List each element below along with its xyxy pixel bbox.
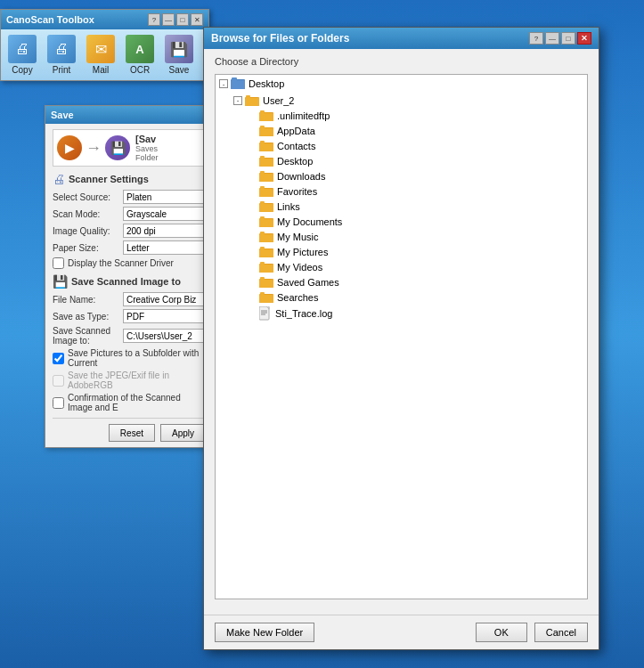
- make-new-folder-button[interactable]: Make New Folder: [215, 623, 314, 642]
- canoscan-help-btn[interactable]: ?: [148, 13, 160, 26]
- mypictures-icon: [259, 246, 273, 257]
- tree-item-mypictures[interactable]: My Pictures: [216, 244, 587, 259]
- copy-tool-btn[interactable]: 🖨 Copy: [4, 33, 40, 77]
- confirmation-row: Confirmation of the Scanned Image and E: [53, 393, 206, 412]
- downloads-label: Downloads: [277, 171, 325, 182]
- svg-rect-23: [260, 186, 265, 189]
- browse-min-btn[interactable]: —: [545, 32, 559, 45]
- tree-item-sti-trace[interactable]: Sti_Trace.log: [216, 305, 587, 322]
- svg-rect-22: [259, 189, 273, 197]
- ocr-icon: A: [126, 35, 154, 63]
- subfolder-row: Save Pictures to a Subfolder with Curren…: [53, 348, 206, 368]
- mail-tool-btn[interactable]: ✉ Mail: [83, 33, 118, 77]
- browse-instruction: Choose a Directory: [204, 49, 599, 70]
- desktop2-icon: [259, 155, 273, 167]
- canoscan-title: CanoScan Toolbox: [6, 14, 94, 25]
- display-scanner-checkbox[interactable]: [53, 257, 64, 269]
- canoscan-max-btn[interactable]: □: [176, 13, 189, 26]
- scanner-settings-icon: 🖨: [53, 172, 65, 186]
- image-quality-label: Image Quality:: [53, 226, 119, 236]
- save-scanned-to-label: Save Scanned Image to:: [53, 326, 119, 346]
- ocr-tool-btn[interactable]: A OCR: [122, 33, 158, 77]
- svg-rect-13: [259, 143, 273, 151]
- tree-item-favorites[interactable]: Favorites: [216, 183, 587, 199]
- sti-trace-label: Sti_Trace.log: [275, 308, 332, 319]
- canoscan-titlebar: CanoScan Toolbox ? — □ ✕: [1, 10, 208, 29]
- tree-item-searches[interactable]: Searches: [216, 289, 587, 305]
- adobe-label: Save the JPEG/Exif file in AdobeRGB: [68, 371, 206, 390]
- tree-item-links[interactable]: Links: [216, 199, 587, 214]
- browse-close-btn[interactable]: ✕: [577, 32, 591, 45]
- adobe-row: Save the JPEG/Exif file in AdobeRGB: [53, 371, 206, 390]
- tree-item-contacts[interactable]: Contacts: [216, 138, 587, 153]
- apply-button[interactable]: Apply: [160, 424, 206, 442]
- print-icon: 🖨: [47, 35, 76, 63]
- tree-item-desktop2[interactable]: Desktop: [216, 153, 587, 168]
- image-quality-row: Image Quality:: [53, 224, 206, 238]
- scan-title-area: [Sav Saves Folder: [135, 134, 159, 162]
- scan-arrow-icon: →: [86, 139, 102, 158]
- desktop-expand-icon[interactable]: -: [219, 79, 228, 88]
- browse-ok-button[interactable]: OK: [476, 623, 527, 642]
- file-name-label: File Name:: [53, 295, 119, 305]
- unlimitedftp-icon: [259, 110, 273, 121]
- canoscan-min-btn[interactable]: —: [162, 13, 175, 26]
- browse-ok-cancel-buttons: OK Cancel: [476, 623, 588, 642]
- browse-dialog: Browse for Files or Folders ? — □ ✕ Choo…: [203, 27, 599, 650]
- paper-size-row: Paper Size:: [53, 240, 206, 255]
- svg-rect-17: [260, 156, 265, 159]
- svg-rect-16: [259, 159, 273, 167]
- browse-dialog-title: Browse for Files or Folders: [211, 32, 349, 45]
- svg-rect-32: [260, 232, 265, 234]
- subfolder-checkbox[interactable]: [53, 353, 64, 364]
- display-scanner-label: Display the Scanner Driver: [68, 258, 174, 268]
- select-source-row: Select Source:: [53, 190, 206, 204]
- canoscan-toolbox-window: CanoScan Toolbox ? — □ ✕ 🖨 Copy 🖨 Print …: [0, 9, 209, 81]
- tree-item-unlimitedftp[interactable]: .unlimitedftp: [216, 108, 587, 123]
- browse-titlebar-buttons: ? — □ ✕: [529, 32, 591, 45]
- copy-icon: 🖨: [8, 35, 37, 63]
- browse-help-btn[interactable]: ?: [529, 32, 543, 45]
- mypictures-label: My Pictures: [277, 247, 328, 257]
- browse-max-btn[interactable]: □: [561, 32, 575, 45]
- tree-item-mymusic[interactable]: My Music: [216, 229, 587, 244]
- svg-rect-38: [260, 262, 265, 265]
- adobe-checkbox: [53, 375, 64, 387]
- tree-item-savedgames[interactable]: Saved Games: [216, 274, 587, 289]
- scan-subtitle-2: Folder: [135, 153, 159, 162]
- browse-cancel-button[interactable]: Cancel: [534, 623, 588, 642]
- favorites-label: Favorites: [277, 186, 317, 197]
- browse-tree-area[interactable]: - Desktop - User_2: [215, 74, 588, 599]
- svg-rect-40: [259, 280, 273, 288]
- save-section-icon: 💾: [53, 274, 68, 289]
- tree-item-appdata[interactable]: AppData: [216, 123, 587, 138]
- svg-rect-11: [260, 126, 265, 128]
- user2-expand-icon[interactable]: -: [233, 96, 242, 105]
- ocr-tool-label: OCR: [130, 65, 150, 75]
- tree-item-user2[interactable]: - User_2: [216, 93, 587, 108]
- tree-item-desktop[interactable]: - Desktop: [216, 75, 587, 93]
- tree-item-downloads[interactable]: Downloads: [216, 168, 587, 183]
- canoscan-close-btn[interactable]: ✕: [191, 13, 203, 26]
- select-source-label: Select Source:: [53, 192, 119, 202]
- desktop-label: Desktop: [249, 78, 284, 89]
- svg-rect-44: [260, 292, 265, 295]
- confirmation-checkbox[interactable]: [53, 397, 64, 409]
- desktop-folder-icon: [231, 77, 245, 91]
- savedgames-label: Saved Games: [277, 277, 339, 288]
- print-tool-btn[interactable]: 🖨 Print: [44, 33, 79, 77]
- tree-item-myvideos[interactable]: My Videos: [216, 259, 587, 274]
- save-dialog: Save ▶ → 💾 [Sav Saves Folder 🖨 Scanner S…: [45, 105, 214, 448]
- save-tool-btn[interactable]: 💾 Save: [161, 33, 197, 77]
- reset-button[interactable]: Reset: [109, 424, 155, 442]
- sti-trace-file-icon: [259, 306, 272, 321]
- scanner-settings-section: 🖨 Scanner Settings Select Source: Scan M…: [53, 172, 206, 269]
- save-section-label: Save Scanned Image to: [71, 276, 181, 287]
- mail-tool-label: Mail: [93, 65, 109, 75]
- copy-tool-label: Copy: [12, 65, 32, 75]
- scan-arrow-container: ▶ → 💾: [57, 135, 130, 160]
- searches-icon: [259, 291, 273, 303]
- tree-item-mydocuments[interactable]: My Documents: [216, 214, 587, 229]
- svg-rect-20: [260, 171, 265, 174]
- user2-label: User_2: [263, 95, 294, 106]
